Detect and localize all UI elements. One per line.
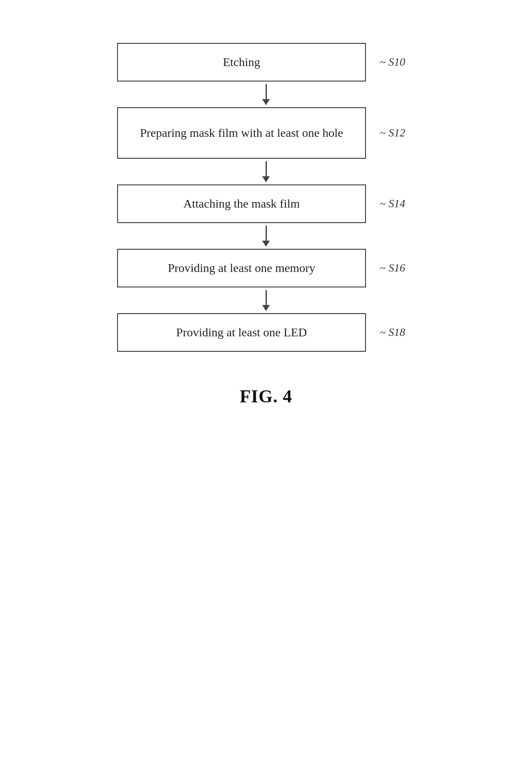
arrow-head-3 bbox=[262, 241, 270, 247]
code-spacer-s16: ~ S16 bbox=[372, 262, 415, 275]
code-spacer-s12: ~ S12 bbox=[372, 127, 415, 139]
arrow-line-3 bbox=[266, 226, 267, 241]
arrow-1 bbox=[43, 82, 489, 107]
step-code-s18: ~ S18 bbox=[380, 326, 405, 339]
step-label-s12: Preparing mask film with at least one ho… bbox=[140, 126, 343, 140]
arrow-line-4 bbox=[266, 290, 267, 305]
arrow-2 bbox=[43, 159, 489, 184]
step-row-s10: Etching~ S10 bbox=[43, 43, 489, 82]
arrow-wrapper-3 bbox=[262, 226, 270, 247]
arrow-line-2 bbox=[266, 161, 267, 176]
step-row-s18: Providing at least one LED~ S18 bbox=[43, 313, 489, 352]
arrow-3 bbox=[43, 223, 489, 249]
step-row-s16: Providing at least one memory~ S16 bbox=[43, 249, 489, 287]
figure-caption: FIG. 4 bbox=[240, 386, 293, 407]
arrow-head-2 bbox=[262, 176, 270, 182]
arrow-head-4 bbox=[262, 305, 270, 311]
step-box-s10: Etching bbox=[117, 43, 366, 82]
step-code-s14: ~ S14 bbox=[380, 197, 405, 210]
step-code-s16: ~ S16 bbox=[380, 262, 405, 275]
arrow-wrapper-2 bbox=[262, 161, 270, 182]
step-row-s14: Attaching the mask film~ S14 bbox=[43, 184, 489, 223]
code-spacer-s10: ~ S10 bbox=[372, 56, 415, 69]
step-label-s10: Etching bbox=[223, 55, 260, 69]
diagram-container: Etching~ S10 Preparing mask film with at… bbox=[43, 26, 489, 744]
arrow-line-1 bbox=[266, 84, 267, 99]
arrow-wrapper-4 bbox=[262, 290, 270, 311]
step-box-s14: Attaching the mask film bbox=[117, 184, 366, 223]
arrow-head-1 bbox=[262, 99, 270, 105]
code-spacer-s18: ~ S18 bbox=[372, 326, 415, 339]
step-label-s16: Providing at least one memory bbox=[168, 261, 315, 275]
step-label-s14: Attaching the mask film bbox=[183, 197, 299, 211]
step-box-s18: Providing at least one LED bbox=[117, 313, 366, 352]
step-code-s10: ~ S10 bbox=[380, 56, 405, 69]
arrow-wrapper-1 bbox=[262, 84, 270, 105]
arrow-4 bbox=[43, 287, 489, 313]
step-box-s12: Preparing mask film with at least one ho… bbox=[117, 107, 366, 159]
step-label-s18: Providing at least one LED bbox=[176, 326, 307, 339]
step-box-s16: Providing at least one memory bbox=[117, 249, 366, 287]
step-row-s12: Preparing mask film with at least one ho… bbox=[43, 107, 489, 159]
step-code-s12: ~ S12 bbox=[380, 127, 405, 139]
code-spacer-s14: ~ S14 bbox=[372, 197, 415, 210]
